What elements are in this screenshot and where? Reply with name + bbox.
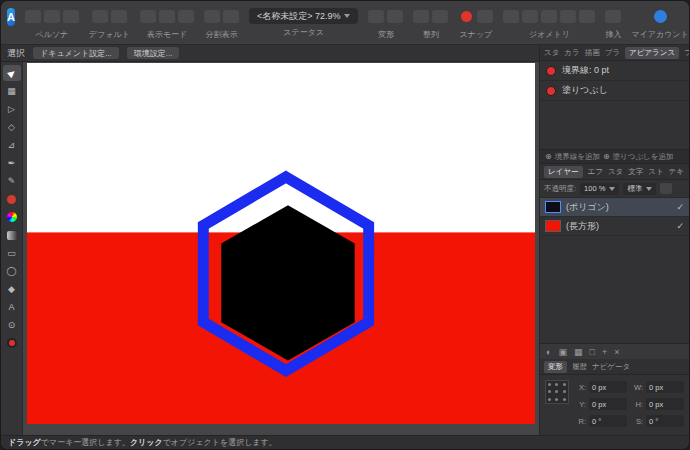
- blend-mode-dropdown[interactable]: 標準: [623, 183, 656, 195]
- split-view-icon[interactable]: [204, 10, 220, 23]
- boolean-add-icon[interactable]: [503, 10, 519, 23]
- add-stroke-icon[interactable]: ⊕: [545, 152, 552, 161]
- layers-footer: ◐ ▣ ▦ □ + ×: [540, 343, 689, 359]
- add-icon[interactable]: +: [602, 347, 607, 357]
- layers-empty-area[interactable]: [540, 236, 689, 343]
- rectangle-tool[interactable]: ▭: [3, 245, 21, 261]
- anchor-point-selector[interactable]: [545, 380, 569, 404]
- rotation-field[interactable]: 0 °: [589, 415, 627, 427]
- add-fill-icon[interactable]: ⊕: [603, 152, 610, 161]
- group-icon[interactable]: ▦: [574, 347, 583, 357]
- move-tool[interactable]: ▶: [3, 65, 21, 81]
- synchronize-defaults-icon[interactable]: [92, 10, 108, 23]
- tab-effects[interactable]: エフ: [588, 167, 603, 177]
- layer-visibility-checkbox[interactable]: ✓: [676, 202, 684, 212]
- snapping-options-icon[interactable]: [477, 10, 493, 23]
- tab-appearance[interactable]: アピアランス: [625, 47, 679, 59]
- tab-brushes[interactable]: ブラ: [605, 48, 620, 58]
- rotation-field-label: R:: [575, 417, 586, 426]
- layer-row-rectangle[interactable]: (長方形) ✓: [540, 217, 689, 236]
- stroke-appearance-row[interactable]: 境界線: 0 pt: [540, 61, 689, 81]
- flip-icon[interactable]: [387, 10, 403, 23]
- add-stroke-button[interactable]: 境界線を追加: [555, 152, 600, 162]
- opacity-dropdown[interactable]: 100 %: [580, 183, 619, 195]
- rotate-icon[interactable]: [368, 10, 384, 23]
- tab-presets[interactable]: フセ: [684, 48, 689, 58]
- boolean-subtract-icon[interactable]: [522, 10, 538, 23]
- snapping-preset-icon[interactable]: [458, 10, 474, 23]
- stroke-color-swatch[interactable]: [546, 66, 556, 76]
- vector-view-icon[interactable]: [140, 10, 156, 23]
- pixel-persona-icon[interactable]: [44, 10, 60, 23]
- status-click-word: クリック: [130, 437, 163, 448]
- shear-field[interactable]: 0 °: [646, 415, 684, 427]
- corner-tool[interactable]: ⊿: [3, 137, 21, 153]
- fill-appearance-row[interactable]: 塗りつぶし: [540, 81, 689, 101]
- insert-label: 挿入: [605, 29, 621, 40]
- vector-brush-tool[interactable]: [3, 191, 21, 207]
- tab-transform[interactable]: 変形: [544, 361, 567, 373]
- document-canvas[interactable]: [27, 63, 535, 424]
- tab-character[interactable]: 文字: [628, 167, 643, 177]
- h-field[interactable]: 0 px: [646, 398, 684, 410]
- contour-tool[interactable]: ◇: [3, 119, 21, 135]
- tab-history[interactable]: 履歴: [572, 362, 587, 372]
- mask-icon[interactable]: ▣: [558, 347, 567, 357]
- x-field[interactable]: 0 px: [589, 381, 627, 393]
- insert-icon[interactable]: [605, 10, 621, 23]
- add-fill-button[interactable]: 塗りつぶしを追加: [613, 152, 674, 162]
- tab-colour[interactable]: カラ: [564, 48, 579, 58]
- document-setup-button[interactable]: ドキュメント設定...: [33, 47, 119, 59]
- account-label: マイアカウント: [631, 29, 688, 40]
- polygon-tool[interactable]: ◆: [3, 281, 21, 297]
- layers-controls: 不透明度: 100 % 標準: [540, 180, 689, 198]
- layer-row-polygon[interactable]: (ポリゴン) ✓: [540, 198, 689, 217]
- single-view-icon[interactable]: [223, 10, 239, 23]
- pixel-view-icon[interactable]: [159, 10, 175, 23]
- boolean-divide-icon[interactable]: [560, 10, 576, 23]
- tab-navigator[interactable]: ナビゲータ: [592, 362, 630, 372]
- document-title-text: <名称未設定> 72.9%: [257, 10, 341, 23]
- tab-text[interactable]: テキ: [669, 167, 684, 177]
- tab-stroke2[interactable]: スト: [648, 167, 663, 177]
- canvas-viewport[interactable]: [23, 62, 539, 435]
- tab-stroke[interactable]: 描画: [585, 48, 600, 58]
- retina-view-icon[interactable]: [178, 10, 194, 23]
- text-tool[interactable]: A: [3, 299, 21, 315]
- y-field[interactable]: 0 px: [589, 398, 627, 410]
- pen-tool[interactable]: ✒: [3, 155, 21, 171]
- artboard-tool[interactable]: ▦: [3, 83, 21, 99]
- ellipse-tool[interactable]: ◯: [3, 263, 21, 279]
- fill-tool[interactable]: [3, 209, 21, 225]
- order-icon[interactable]: [413, 10, 429, 23]
- fill-color-swatch[interactable]: [546, 86, 556, 96]
- alignment-icon[interactable]: [432, 10, 448, 23]
- main-toolbar: A ペルソナ デフォルト 表示モード: [1, 1, 689, 45]
- preferences-button[interactable]: 環境設定...: [127, 47, 180, 59]
- pencil-tool[interactable]: ✎: [3, 173, 21, 189]
- layer-lock-icon[interactable]: [660, 183, 672, 194]
- layer-visibility-checkbox[interactable]: ✓: [676, 221, 684, 231]
- transparency-tool[interactable]: [3, 227, 21, 243]
- revert-defaults-icon[interactable]: [111, 10, 127, 23]
- context-toolbar: 選択 ドキュメント設定... 環境設定...: [1, 45, 541, 62]
- node-tool[interactable]: ▷: [3, 101, 21, 117]
- tab-layers[interactable]: レイヤー: [544, 166, 583, 178]
- tab-styles[interactable]: スタ: [544, 48, 559, 58]
- delete-icon[interactable]: ×: [614, 347, 619, 357]
- toolbar-group-persona: ペルソナ: [25, 6, 79, 40]
- document-page[interactable]: [27, 63, 535, 424]
- export-persona-icon[interactable]: [63, 10, 79, 23]
- document-title-zoom-dropdown[interactable]: <名称未設定> 72.9%: [249, 8, 359, 24]
- zoom-tool[interactable]: ⊙: [3, 317, 21, 333]
- designer-persona-icon[interactable]: [25, 10, 41, 23]
- new-layer-icon[interactable]: □: [589, 347, 594, 357]
- boolean-combine-icon[interactable]: [579, 10, 595, 23]
- boolean-intersect-icon[interactable]: [541, 10, 557, 23]
- tab-styles2[interactable]: スタ: [608, 167, 623, 177]
- status-bar: ドラッグ でマーキー選択します。 クリック でオブジェクトを選択します。: [1, 435, 689, 449]
- account-avatar-icon[interactable]: [652, 10, 668, 23]
- color-well[interactable]: [3, 335, 21, 351]
- w-field[interactable]: 0 px: [646, 381, 684, 393]
- adjustment-icon[interactable]: ◐: [546, 347, 551, 357]
